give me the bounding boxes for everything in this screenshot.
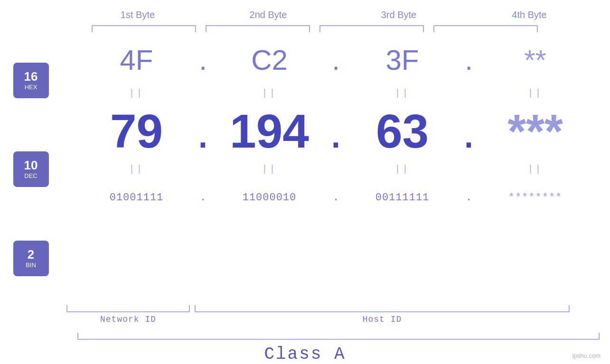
equals-row-2: || || || ||	[62, 159, 610, 178]
bin-badge-number: 2	[28, 248, 34, 261]
dec-byte2-cell: 194	[213, 104, 327, 159]
class-bracket	[77, 333, 600, 340]
host-id-bracket	[195, 305, 570, 312]
dec-byte2: 194	[230, 104, 309, 158]
dec-badge: 10 DEC	[13, 151, 49, 187]
bin-byte1: 01001111	[110, 192, 164, 204]
hex-badge-label: HEX	[25, 84, 38, 91]
class-label: Class A	[264, 345, 346, 364]
bracket-top-4	[433, 25, 538, 32]
bin-byte3: 00111111	[375, 192, 430, 204]
bin-badge-label: BIN	[26, 261, 36, 269]
dec-dot1: .	[194, 104, 213, 159]
dec-byte3: 63	[376, 104, 429, 158]
hex-dot2: .	[327, 44, 346, 76]
bin-dot1: .	[194, 192, 213, 204]
equals-row-1: || || || ||	[62, 84, 610, 103]
network-id-label: Network ID	[66, 315, 190, 324]
hex-dot1: .	[194, 44, 213, 76]
hex-dot3: .	[460, 44, 479, 76]
eq1-byte4: ||	[479, 88, 592, 99]
hex-byte3: 3F	[385, 44, 419, 76]
hex-badge: 16 HEX	[13, 63, 49, 98]
main-container: 1st Byte 2nd Byte 3rd Byte 4th Byte 16 H…	[0, 0, 610, 364]
hex-byte1-cell: 4F	[80, 44, 194, 76]
dec-badge-number: 10	[24, 159, 38, 171]
dec-dot2: .	[327, 104, 346, 159]
dec-byte4: ***	[507, 104, 563, 158]
dec-byte1-cell: 79	[80, 104, 194, 159]
id-labels: Network ID Host ID	[66, 315, 570, 324]
host-id-label: Host ID	[195, 315, 570, 324]
bottom-brackets	[66, 305, 570, 312]
bin-byte4-cell: ********	[479, 192, 592, 204]
dec-badge-label: DEC	[24, 172, 37, 179]
hex-byte3-cell: 3F	[346, 44, 460, 76]
hex-byte4-cell: **	[479, 44, 592, 76]
bin-row: 01001111 . 11000010 . 00111111 . *******…	[62, 178, 610, 216]
eq1-byte2: ||	[213, 88, 327, 99]
byte4-header: 4th Byte	[477, 9, 582, 20]
values-grid: 4F . C2 . 3F . ** || ||	[62, 36, 610, 303]
bin-byte4: ********	[508, 192, 563, 204]
bin-byte1-cell: 01001111	[80, 192, 194, 204]
byte-headers: 1st Byte 2nd Byte 3rd Byte 4th Byte	[73, 9, 595, 20]
eq1-byte3: ||	[346, 88, 460, 99]
eq2-byte2: ||	[213, 164, 327, 175]
eq2-byte4: ||	[479, 164, 592, 175]
eq2-byte1: ||	[80, 164, 194, 175]
bin-byte2-cell: 11000010	[213, 192, 327, 204]
bracket-top-3	[319, 25, 424, 32]
hex-byte2-cell: C2	[213, 44, 327, 76]
bin-dot2: .	[327, 192, 346, 204]
dec-dot3: .	[460, 104, 479, 159]
byte1-header: 1st Byte	[85, 9, 190, 20]
bin-byte3-cell: 00111111	[346, 192, 460, 204]
byte2-header: 2nd Byte	[216, 9, 320, 20]
hex-row: 4F . C2 . 3F . **	[62, 36, 610, 84]
dec-row: 79 . 194 . 63 . ***	[62, 103, 610, 159]
bin-dot3: .	[460, 192, 479, 204]
network-id-bracket	[66, 305, 190, 312]
bin-badge: 2 BIN	[13, 241, 49, 276]
dec-byte4-cell: ***	[479, 104, 592, 159]
hex-byte4: **	[524, 44, 546, 76]
watermark: ipshu.com	[572, 352, 601, 359]
top-brackets	[87, 25, 590, 32]
bracket-top-1	[92, 25, 196, 32]
main-body: 16 HEX 10 DEC 2 BIN 4F . C2	[0, 36, 610, 303]
dec-byte3-cell: 63	[346, 104, 460, 159]
eq1-byte1: ||	[80, 88, 194, 99]
hex-byte2: C2	[251, 44, 288, 76]
hex-badge-number: 16	[24, 70, 38, 83]
dec-byte1: 79	[110, 104, 163, 158]
byte3-header: 3rd Byte	[347, 9, 451, 20]
eq2-byte3: ||	[346, 164, 460, 175]
badges-column: 16 HEX 10 DEC 2 BIN	[0, 36, 62, 303]
bracket-top-2	[206, 25, 310, 32]
hex-byte1: 4F	[120, 44, 153, 76]
bottom-bracket-area: Network ID Host ID	[0, 305, 610, 324]
bin-byte2: 11000010	[243, 192, 297, 204]
